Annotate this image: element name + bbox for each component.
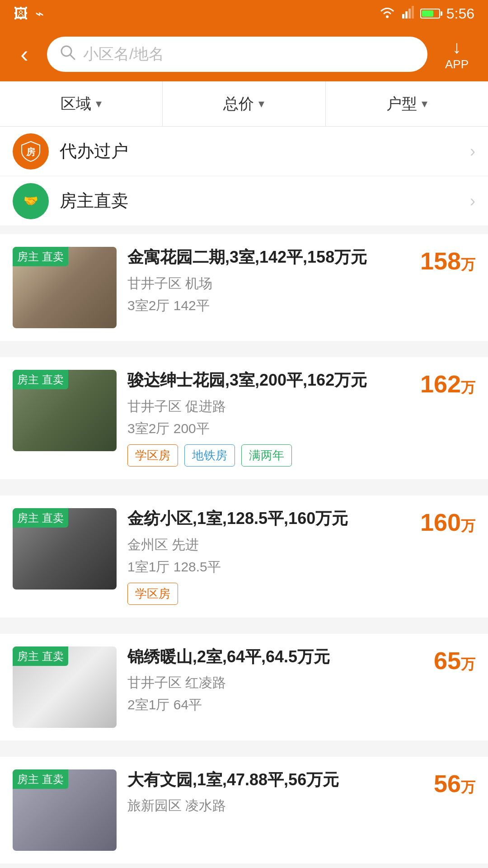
listing-price: 162万	[420, 370, 475, 398]
listing-info: 锦绣暖山,2室,64平,64.5万元 甘井子区 红凌路 2室1厅 64平	[127, 646, 423, 721]
listing-thumbnail: 房主 直卖	[13, 646, 117, 728]
svg-text:🤝: 🤝	[23, 193, 38, 208]
svg-rect-1	[402, 14, 404, 19]
card-divider	[0, 618, 488, 626]
owner-badge: 房主 直卖	[13, 769, 68, 789]
download-icon: ↓	[436, 37, 477, 57]
time-display: 5:56	[446, 5, 474, 22]
listing-location: 金州区 先进	[127, 536, 409, 554]
listing-tags: 学区房地铁房满两年	[127, 444, 409, 467]
app-label: APP	[445, 57, 469, 71]
listing-info: 大有文园,1室,47.88平,56万元 旅新园区 凌水路	[127, 769, 423, 819]
svg-rect-2	[405, 11, 408, 19]
transfer-service-label: 代办过户	[60, 140, 459, 163]
price-unit: 万	[461, 779, 475, 795]
listing-price: 160万	[420, 508, 475, 536]
search-placeholder: 小区名/地名	[83, 44, 164, 65]
filter-area-label: 区域	[61, 94, 91, 114]
owner-direct-row[interactable]: 🤝 房主直卖 ›	[0, 176, 488, 226]
listing-title: 金纺小区,1室,128.5平,160万元	[127, 508, 409, 529]
usb-icon: ⌁	[35, 5, 44, 22]
listing-card-3[interactable]: 房主 直卖 金纺小区,1室,128.5平,160万元 金州区 先进 1室1厅 1…	[0, 495, 488, 618]
app-download-button[interactable]: ↓ APP	[436, 37, 477, 71]
listing-tag: 地铁房	[184, 444, 235, 467]
search-bar[interactable]: 小区名/地名	[47, 37, 427, 72]
svg-line-6	[70, 55, 75, 59]
listing-tag: 满两年	[241, 444, 292, 467]
owner-badge: 房主 直卖	[13, 646, 68, 666]
filter-area[interactable]: 区域 ▾	[0, 81, 163, 126]
listing-tags: 学区房	[127, 583, 409, 605]
listing-detail: 3室2厅 142平	[127, 297, 409, 315]
filter-price[interactable]: 总价 ▾	[163, 81, 325, 126]
listing-location: 甘井子区 红凌路	[127, 674, 423, 692]
listing-tag: 学区房	[127, 583, 178, 605]
transfer-service-icon-wrap: 房	[13, 133, 49, 170]
card-divider	[0, 341, 488, 349]
owner-badge: 房主 直卖	[13, 508, 68, 528]
owner-badge: 房主 直卖	[13, 370, 68, 389]
listing-tag: 学区房	[127, 444, 178, 467]
svg-rect-3	[408, 9, 411, 19]
listing-location: 甘井子区 促进路	[127, 397, 409, 416]
listing-info: 金寓花园二期,3室,142平,158万元 甘井子区 机场 3室2厅 142平	[127, 247, 409, 321]
arrow-right-icon: ›	[470, 142, 475, 161]
listing-price: 158万	[420, 247, 475, 275]
listing-thumbnail: 房主 直卖	[13, 769, 117, 851]
status-bar: 🖼 ⌁ 5:56	[0, 0, 488, 27]
listing-title: 锦绣暖山,2室,64平,64.5万元	[127, 646, 423, 668]
shield-icon: 房	[19, 140, 42, 163]
photo-icon: 🖼	[14, 5, 28, 22]
chevron-down-icon-type: ▾	[422, 97, 427, 111]
filter-price-label: 总价	[223, 94, 254, 114]
listing-card-5[interactable]: 房主 直卖 大有文园,1室,47.88平,56万元 旅新园区 凌水路 56万	[0, 757, 488, 863]
card-divider	[0, 479, 488, 487]
listing-detail: 2室1厅 64平	[127, 696, 423, 714]
arrow-right-icon-2: ›	[470, 192, 475, 211]
search-icon	[60, 44, 76, 65]
listing-location: 甘井子区 机场	[127, 274, 409, 293]
price-unit: 万	[461, 256, 475, 273]
listing-card-2[interactable]: 房主 直卖 骏达绅士花园,3室,200平,162万元 甘井子区 促进路 3室2厅…	[0, 357, 488, 479]
listing-thumbnail: 房主 直卖	[13, 370, 117, 451]
filter-type[interactable]: 户型 ▾	[326, 81, 488, 126]
filter-type-label: 户型	[386, 94, 417, 114]
listing-card-4[interactable]: 房主 直卖 锦绣暖山,2室,64平,64.5万元 甘井子区 红凌路 2室1厅 6…	[0, 634, 488, 741]
wifi-icon	[379, 5, 396, 22]
card-divider	[0, 741, 488, 749]
owner-badge: 房主 直卖	[13, 247, 68, 266]
svg-point-0	[386, 15, 389, 18]
listing-info: 金纺小区,1室,128.5平,160万元 金州区 先进 1室1厅 128.5平 …	[127, 508, 409, 605]
chevron-down-icon-price: ▾	[258, 97, 264, 111]
listing-location: 旅新园区 凌水路	[127, 797, 423, 815]
handshake-icon: 🤝	[19, 189, 42, 213]
price-unit: 万	[461, 518, 475, 534]
owner-direct-icon-wrap: 🤝	[13, 183, 49, 219]
transfer-service-row[interactable]: 房 代办过户 ›	[0, 127, 488, 176]
svg-rect-4	[412, 6, 414, 19]
header: ‹ 小区名/地名 ↓ APP	[0, 27, 488, 81]
listing-card-1[interactable]: 房主 直卖 金寓花园二期,3室,142平,158万元 甘井子区 机场 3室2厅 …	[0, 234, 488, 341]
status-right-icons: 5:56	[379, 5, 474, 22]
battery-icon	[420, 9, 440, 19]
status-left-icons: 🖼 ⌁	[14, 5, 44, 22]
back-button[interactable]: ‹	[11, 41, 38, 68]
listing-info: 骏达绅士花园,3室,200平,162万元 甘井子区 促进路 3室2厅 200平 …	[127, 370, 409, 467]
price-unit: 万	[461, 656, 475, 672]
listing-detail: 1室1厅 128.5平	[127, 558, 409, 576]
listing-thumbnail: 房主 直卖	[13, 508, 117, 590]
owner-direct-label: 房主直卖	[60, 189, 459, 212]
listing-price: 56万	[434, 769, 475, 797]
listing-title: 大有文园,1室,47.88平,56万元	[127, 769, 423, 791]
price-unit: 万	[461, 379, 475, 396]
listing-detail: 3室2厅 200平	[127, 420, 409, 438]
svg-text:房: 房	[26, 147, 36, 157]
listings-container: 房主 直卖 金寓花园二期,3室,142平,158万元 甘井子区 机场 3室2厅 …	[0, 234, 488, 863]
chevron-down-icon-area: ▾	[96, 97, 102, 111]
listing-price: 65万	[434, 646, 475, 675]
filter-bar: 区域 ▾ 总价 ▾ 户型 ▾	[0, 81, 488, 127]
listing-title: 骏达绅士花园,3室,200平,162万元	[127, 370, 409, 391]
listing-title: 金寓花园二期,3室,142平,158万元	[127, 247, 409, 268]
listing-thumbnail: 房主 直卖	[13, 247, 117, 328]
signal-icon	[402, 5, 414, 22]
